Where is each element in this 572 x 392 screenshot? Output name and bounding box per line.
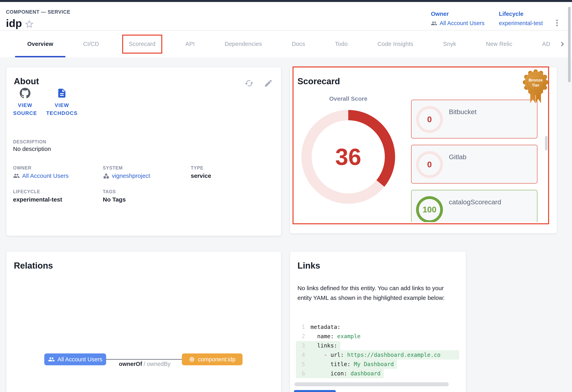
view-techdocs-action[interactable]: VIEW TECHDOCS — [43, 88, 81, 117]
about-card: About VIEW SOURCE VIEW TECHDOCS DESCRIPT… — [6, 67, 281, 236]
tab-todo[interactable]: Todo — [330, 41, 353, 47]
lifecycle-label: Lifecycle — [499, 11, 543, 17]
tab-list: OverviewCI/CDScorecardAPIDependenciesDoc… — [22, 31, 556, 57]
page-title: idp — [6, 17, 22, 29]
group-icon — [48, 356, 55, 363]
tags-field-value: No Tags — [103, 196, 126, 203]
relation-edge-line — [106, 359, 182, 360]
tab-snyk[interactable]: Snyk — [438, 41, 461, 47]
entry-score-value: 0 — [416, 106, 443, 133]
code-line: 4 - url: https://dashboard.example.co — [296, 350, 459, 359]
scorecard-entry-catalogscorecard[interactable]: 100catalogScorecard — [411, 190, 537, 222]
relation-node-owner-label: All Account Users — [58, 356, 102, 363]
links-title: Links — [298, 261, 320, 271]
relation-edge-label: ownerOf / ownedBy — [113, 361, 176, 367]
line-number: 6 — [296, 370, 305, 377]
type-field-value: service — [191, 172, 211, 179]
owner-field-value: All Account Users — [22, 172, 69, 179]
group-icon — [13, 172, 20, 179]
about-title: About — [14, 76, 39, 86]
tab-overview[interactable]: Overview — [22, 41, 58, 47]
description-label: DESCRIPTION — [13, 139, 46, 145]
line-number: 4 — [296, 352, 305, 358]
github-icon — [20, 88, 31, 98]
code-horizontal-scrollbar[interactable] — [295, 382, 449, 386]
badge-line2: Tier — [532, 83, 539, 87]
scorecard-list-scrollbar[interactable] — [545, 136, 547, 150]
links-empty-message: No links defined for this entity. You ca… — [298, 283, 458, 303]
add-link-button[interactable] — [294, 390, 336, 392]
owner-link[interactable]: All Account Users — [431, 20, 484, 27]
more-options-kebab-icon[interactable] — [553, 17, 561, 29]
system-field-label: SYSTEM — [103, 165, 123, 171]
overall-score-gauge: 36 — [302, 110, 395, 204]
entry-score-value: 0 — [416, 151, 443, 178]
tab-ad[interactable]: AD — [537, 41, 556, 47]
owner-field-label: OWNER — [13, 165, 32, 171]
entry-name: Gitlab — [449, 153, 466, 161]
techdocs-icon — [57, 88, 67, 98]
tabs-scroll-right-chevron-icon[interactable] — [558, 40, 567, 49]
badge-line1: Bronze — [528, 78, 542, 82]
scorecard-entry-gitlab[interactable]: 0Gitlab — [411, 145, 537, 183]
view-techdocs-label: VIEW TECHDOCS — [43, 101, 81, 117]
tab-new-relic[interactable]: New Relic — [481, 41, 517, 47]
scorecard-title: Scorecard — [298, 76, 340, 86]
system-field-link[interactable]: vigneshproject — [103, 172, 150, 179]
tab-code-insights[interactable]: Code Insights — [372, 41, 418, 47]
page-scrollbar-thumb[interactable] — [568, 7, 571, 82]
entry-score-value: 100 — [416, 196, 443, 222]
lifecycle-value[interactable]: experimental-test — [499, 20, 543, 27]
lifecycle-field-value: experimental-test — [13, 196, 62, 203]
code-line: 1metadata: — [296, 322, 459, 332]
code-line: 5 title: My Dashboard — [296, 359, 459, 369]
relations-title: Relations — [14, 261, 53, 271]
line-number: 5 — [296, 361, 305, 367]
scorecard-entry-bitbucket[interactable]: 0Bitbucket — [411, 100, 537, 138]
relation-node-owner[interactable]: All Account Users — [44, 353, 106, 365]
favorite-star-icon[interactable] — [24, 19, 34, 29]
relation-node-component-label: component:idp — [198, 356, 235, 363]
overall-score-value: 36 — [302, 110, 395, 204]
header-owner: Owner All Account Users — [431, 11, 484, 27]
yaml-code-block: 1metadata:2 name: example3 links:4 - url… — [296, 322, 459, 380]
scorecard-card: Scorecard Overall Score 36 0Bitbucket0Gi… — [290, 67, 557, 233]
tab-api[interactable]: API — [180, 41, 200, 47]
owner-value: All Account Users — [440, 20, 484, 27]
breadcrumb: COMPONENT — SERVICE — [6, 9, 70, 15]
entry-name: Bitbucket — [449, 108, 477, 116]
tab-dependencies[interactable]: Dependencies — [219, 41, 267, 47]
description-value: No description — [13, 146, 51, 152]
relation-node-component[interactable]: component:idp — [182, 353, 242, 365]
view-source-label: VIEW SOURCE — [6, 101, 44, 117]
tab-ci-cd[interactable]: CI/CD — [78, 41, 104, 47]
relations-card: Relations All Account Users component:id… — [6, 252, 281, 392]
code-line: 6 icon: dashboard — [296, 369, 459, 378]
entry-name: catalogScorecard — [449, 198, 501, 206]
owner-label: Owner — [431, 11, 484, 17]
view-source-action[interactable]: VIEW SOURCE — [6, 88, 44, 117]
refresh-icon[interactable] — [244, 79, 254, 88]
tags-field-label: TAGS — [103, 189, 116, 195]
line-number: 1 — [296, 324, 305, 330]
entity-header: COMPONENT — SERVICE idp Owner All Accoun… — [0, 2, 572, 30]
scorecard-entry-list: 0Bitbucket0Gitlab100catalogScorecard — [411, 100, 541, 222]
line-number: 3 — [296, 342, 305, 349]
entity-tabs-bar: OverviewCI/CDScorecardAPIDependenciesDoc… — [0, 31, 572, 57]
lifecycle-field-label: LIFECYCLE — [13, 189, 40, 195]
overall-score-label: Overall Score — [319, 95, 378, 102]
tab-scorecard[interactable]: Scorecard — [124, 41, 161, 47]
line-number: 2 — [296, 333, 305, 340]
type-field-label: TYPE — [191, 165, 203, 171]
component-icon — [189, 356, 195, 362]
bronze-tier-badge: Bronze Tier — [522, 69, 549, 105]
edit-pencil-icon[interactable] — [264, 79, 273, 88]
active-tab-indicator — [15, 56, 65, 57]
system-icon — [103, 172, 110, 179]
links-card: Links No links defined for this entity. … — [290, 252, 466, 392]
tab-docs[interactable]: Docs — [286, 41, 310, 47]
code-line: 2 name: example — [296, 332, 459, 341]
code-line: 3 links: — [296, 341, 459, 350]
header-lifecycle: Lifecycle experimental-test — [499, 11, 543, 27]
owner-field-link[interactable]: All Account Users — [13, 172, 69, 179]
